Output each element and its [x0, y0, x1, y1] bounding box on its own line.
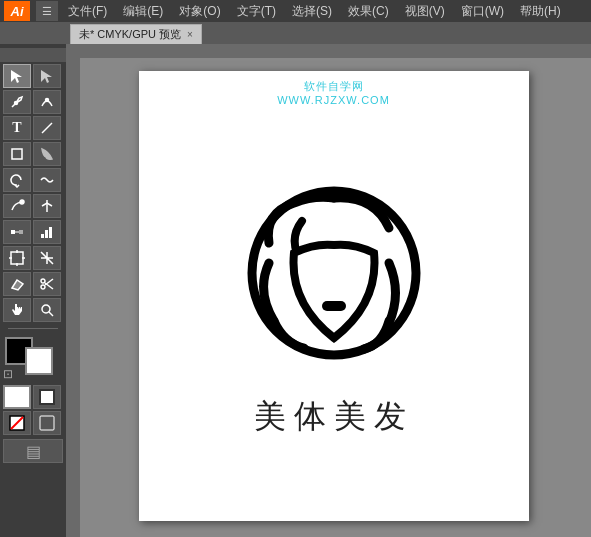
- tool-row-5: [3, 168, 63, 192]
- svg-rect-10: [45, 230, 48, 238]
- svg-rect-3: [12, 149, 22, 159]
- menu-window[interactable]: 窗口(W): [453, 1, 512, 22]
- svg-rect-6: [11, 230, 15, 234]
- color-reset-icon[interactable]: ⊡: [3, 367, 15, 381]
- tab-label: 未* CMYK/GPU 预览: [79, 27, 181, 42]
- tool-row-1: [3, 64, 63, 88]
- svg-line-2: [42, 123, 52, 133]
- width-tool[interactable]: [33, 194, 61, 218]
- wrinkle-tool[interactable]: [33, 168, 61, 192]
- app-logo: Ai: [4, 1, 30, 21]
- svg-rect-7: [19, 230, 23, 234]
- scissors-tool[interactable]: [33, 272, 61, 296]
- curvature-tool[interactable]: [33, 90, 61, 114]
- tool-row-6: [3, 194, 63, 218]
- eraser-tool[interactable]: [3, 272, 31, 296]
- select-tool[interactable]: [3, 64, 31, 88]
- tool-row-8: [3, 246, 63, 270]
- menu-effect[interactable]: 效果(C): [340, 1, 397, 22]
- rect-tool[interactable]: [3, 142, 31, 166]
- screen-mode-button[interactable]: [33, 411, 61, 435]
- type-tool[interactable]: T: [3, 116, 31, 140]
- artwork-illustration: [234, 173, 434, 383]
- fill-stroke-row: [3, 385, 63, 409]
- svg-line-22: [49, 312, 53, 316]
- tab-close-button[interactable]: ×: [187, 29, 193, 40]
- brush-tool[interactable]: [33, 142, 61, 166]
- svg-rect-28: [322, 301, 346, 311]
- svg-point-18: [41, 279, 45, 283]
- direct-select-tool[interactable]: [33, 64, 61, 88]
- warp-tool[interactable]: [3, 194, 31, 218]
- artwork-container: 美体美发: [234, 173, 434, 439]
- main-area: T: [0, 44, 591, 537]
- svg-rect-26: [40, 416, 54, 430]
- change-screen-mode[interactable]: ▤: [3, 439, 63, 463]
- ruler-horizontal: [66, 44, 591, 58]
- background-color[interactable]: [25, 347, 53, 375]
- svg-point-21: [42, 305, 50, 313]
- svg-line-20: [45, 283, 53, 289]
- svg-rect-9: [41, 234, 44, 238]
- tool-row-3: T: [3, 116, 63, 140]
- artboard-tool[interactable]: [3, 246, 31, 270]
- tool-row-4: [3, 142, 63, 166]
- pen-tool[interactable]: [3, 90, 31, 114]
- svg-point-17: [41, 285, 45, 289]
- svg-rect-11: [49, 227, 52, 238]
- watermark: 软件自学网 WWW.RJZXW.COM: [139, 79, 529, 106]
- toolbar: T: [0, 44, 66, 537]
- canvas-area: 软件自学网 WWW.RJZXW.COM: [66, 44, 591, 537]
- toolbar-ruler: [0, 48, 66, 62]
- rotate-tool[interactable]: [3, 168, 31, 192]
- svg-point-0: [15, 102, 18, 105]
- ruler-vertical: [66, 44, 80, 537]
- stroke-button[interactable]: [33, 385, 61, 409]
- tool-row-7: [3, 220, 63, 244]
- svg-point-1: [46, 99, 49, 102]
- zoom-tool[interactable]: [33, 298, 61, 322]
- fill-button[interactable]: [3, 385, 31, 409]
- column-chart-tool[interactable]: [33, 220, 61, 244]
- menu-help[interactable]: 帮助(H): [512, 1, 569, 22]
- menu-file[interactable]: 文件(F): [60, 1, 115, 22]
- line-tool[interactable]: [33, 116, 61, 140]
- menu-hamburger-icon[interactable]: ☰: [36, 1, 58, 21]
- color-section: ⊡: [3, 337, 63, 381]
- menu-view[interactable]: 视图(V): [397, 1, 453, 22]
- slice-tool[interactable]: [33, 246, 61, 270]
- menu-edit[interactable]: 编辑(E): [115, 1, 171, 22]
- none-fill-button[interactable]: [3, 411, 31, 435]
- tool-row-10: [3, 298, 63, 322]
- menu-items: 文件(F) 编辑(E) 对象(O) 文字(T) 选择(S) 效果(C) 视图(V…: [60, 1, 587, 22]
- tool-row-9: [3, 272, 63, 296]
- svg-rect-12: [11, 252, 23, 264]
- tab-bar: 未* CMYK/GPU 预览 ×: [0, 22, 591, 44]
- menu-bar: Ai ☰ 文件(F) 编辑(E) 对象(O) 文字(T) 选择(S) 效果(C)…: [0, 0, 591, 22]
- svg-point-4: [20, 200, 24, 204]
- artwork-label: 美体美发: [254, 395, 414, 439]
- hand-tool[interactable]: [3, 298, 31, 322]
- menu-object[interactable]: 对象(O): [171, 1, 228, 22]
- menu-type[interactable]: 文字(T): [229, 1, 284, 22]
- toolbar-sep-1: [8, 328, 58, 329]
- blend-tool[interactable]: [3, 220, 31, 244]
- view-mode-row: ▤: [3, 439, 63, 463]
- tool-row-2: [3, 90, 63, 114]
- menu-select[interactable]: 选择(S): [284, 1, 340, 22]
- mode-row: [3, 411, 63, 435]
- document-tab[interactable]: 未* CMYK/GPU 预览 ×: [70, 24, 202, 44]
- document-canvas: 软件自学网 WWW.RJZXW.COM: [139, 71, 529, 521]
